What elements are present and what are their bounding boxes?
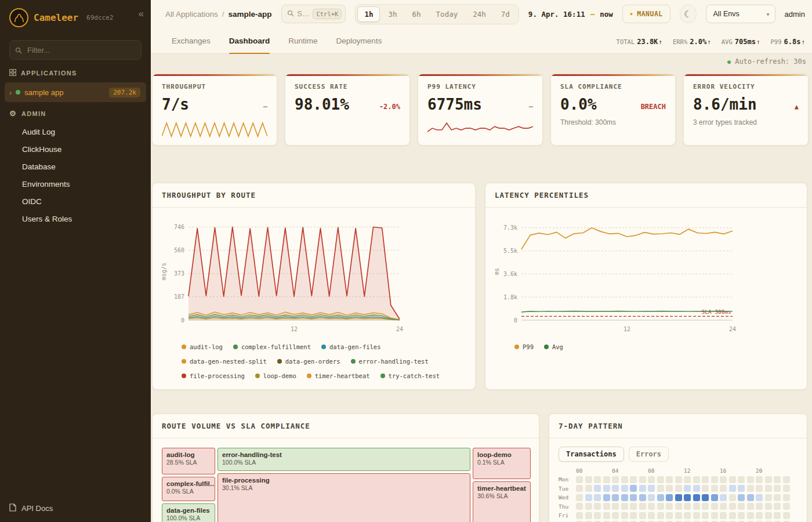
environment-selected-value: All Envs (713, 10, 740, 18)
kpi-title: THROUGHPUT (162, 83, 267, 90)
heatmap-cell (630, 503, 637, 510)
svg-text:1.8k: 1.8k (503, 294, 517, 300)
breadcrumb-current: sample-app (229, 10, 272, 19)
legend-item-timer-heartbeat[interactable]: timer-heartbeat (307, 372, 370, 379)
kpi-card-success-rate: SUCCESS RATE98.01%-2.0% (285, 74, 410, 146)
trend-arrow-icon: ↑ (658, 38, 662, 46)
heatmap-cell (657, 485, 664, 492)
heatmap-cell (675, 494, 682, 501)
tab-exchanges[interactable]: Exchanges (172, 28, 211, 53)
sidebar-item-sample-app[interactable]: › sample app 207.2k (5, 82, 146, 102)
dark-mode-toggle[interactable]: ☾ (680, 5, 697, 23)
legend-item-avg[interactable]: Avg (544, 343, 563, 350)
kpi-title: SLA COMPLIANCE (560, 83, 666, 90)
treemap-cell-sla: 100.0% SLA (222, 459, 466, 466)
sidebar-item-users-roles[interactable]: Users & Roles (0, 210, 151, 227)
heatmap-cell (630, 494, 637, 501)
svg-text:SLA 300ms: SLA 300ms (702, 309, 731, 315)
time-range-7d[interactable]: 7d (494, 6, 517, 22)
user-menu[interactable]: admin (785, 10, 805, 19)
toggle-errors[interactable]: Errors (629, 447, 669, 462)
sidebar-collapse-button[interactable]: « (139, 8, 144, 20)
sidebar-item-clickhouse[interactable]: ClickHouse (0, 140, 151, 158)
time-range-1h[interactable]: 1h (357, 6, 380, 22)
treemap-cell-loop-demo[interactable]: loop-demo0.1% SLA (473, 448, 531, 479)
legend-item-complex-fulfillment[interactable]: complex-fulfillment (233, 343, 311, 350)
main-area: All Applications / sample-app S… Ctrl+K … (151, 0, 812, 522)
breadcrumb-all-applications[interactable]: All Applications (165, 10, 218, 19)
kpi-delta: -2.0% (379, 103, 400, 111)
treemap-cell-complex-fulfil[interactable]: complex-fulfil…0.0% SLA (162, 477, 215, 501)
heatmap-cell (720, 503, 727, 510)
svg-text:3.6k: 3.6k (503, 271, 517, 277)
time-range-24h[interactable]: 24h (466, 6, 493, 22)
sidebar-item-database[interactable]: Database (0, 158, 151, 175)
treemap-cell-label: file-processing (222, 477, 466, 484)
heatmap-cell (657, 503, 664, 510)
legend-item-loop-demo[interactable]: loop-demo (255, 372, 296, 379)
legend-item-data-gen-files[interactable]: data-gen-files (321, 343, 381, 350)
global-search[interactable]: S… Ctrl+K (281, 5, 346, 23)
tab-runtime[interactable]: Runtime (288, 28, 317, 53)
treemap: audit-log28.5% SLAerror-handling-test100… (162, 448, 530, 522)
manual-refresh-button[interactable]: ● MANUAL (622, 5, 670, 23)
heatmap-cell (666, 485, 673, 492)
legend-item-p99[interactable]: P99 (514, 343, 534, 350)
tab-dashboard[interactable]: Dashboard (229, 28, 270, 53)
time-range-3h[interactable]: 3h (381, 6, 404, 22)
legend-dot-icon (380, 374, 385, 378)
treemap-cell-sla: 0.0% SLA (166, 488, 211, 495)
stat-p99: P996.8s↑ (771, 35, 806, 46)
heatmap-cell (594, 503, 601, 510)
legend-label: complex-fulfillment (241, 343, 311, 350)
auto-refresh-dot: ● (727, 59, 731, 65)
legend-item-try-catch-test[interactable]: try-catch-test (380, 372, 440, 379)
heatmap-cell (594, 476, 601, 483)
heatmap-cell (675, 503, 682, 510)
sidebar-filter-input[interactable] (9, 40, 142, 60)
legend-dot-icon (182, 359, 186, 364)
toggle-transactions[interactable]: Transactions (559, 447, 624, 462)
heatmap-cell (639, 512, 646, 519)
tab-deployments[interactable]: Deployments (336, 28, 382, 53)
heatmap-hour-label: 04 (612, 467, 618, 474)
legend-label: data-gen-nested-split (190, 358, 267, 365)
heatmap-cell (702, 512, 709, 519)
environment-select[interactable]: All Envs ▾ (706, 5, 775, 23)
sidebar-item-oidc[interactable]: OIDC (0, 193, 151, 210)
heatmap-cell (666, 476, 673, 483)
legend-item-audit-log[interactable]: audit-log (182, 343, 223, 350)
legend-label: data-gen-orders (285, 358, 340, 365)
throughput-chart: 01873735607461224msg/s (153, 208, 475, 339)
treemap-cell-label: complex-fulfil… (166, 480, 211, 487)
kpi-value: 7/s (162, 96, 189, 113)
heatmap-cell (711, 476, 718, 483)
treemap-cell-error-handling-test[interactable]: error-handling-test100.0% SLA (217, 448, 470, 471)
heatmap-cell (774, 503, 781, 510)
dashboard-content: ● Auto-refresh: 30s THROUGHPUT7/s–SUCCES… (151, 54, 812, 522)
legend-item-data-gen-orders[interactable]: data-gen-orders (277, 358, 340, 365)
legend-dot-icon (321, 345, 326, 349)
kpi-delta: BREACH (641, 103, 666, 111)
time-range-6h[interactable]: 6h (405, 6, 428, 22)
heatmap-cell (720, 512, 727, 519)
search-icon (15, 46, 22, 56)
tab-list: ExchangesDashboardRuntimeDeployments (172, 28, 382, 53)
api-docs-link[interactable]: API Docs (9, 503, 53, 513)
kpi-subtext: 3 error types tracked (693, 118, 799, 126)
treemap-cell-audit-log[interactable]: audit-log28.5% SLA (162, 448, 215, 474)
treemap-cell-data-gen-files[interactable]: data-gen-files100.0% SLA (162, 503, 215, 522)
tab-stats: TOTAL23.8K↑ERR%2.0%↑AVG705ms↑P996.8s↑ (617, 28, 805, 53)
heatmap-cell (693, 494, 700, 501)
legend-item-error-handling-test[interactable]: error-handling-test (351, 358, 429, 365)
heatmap-cell (648, 512, 655, 519)
treemap-cell-file-processing[interactable]: file-processing30.1% SLA (217, 473, 470, 522)
legend-item-data-gen-nested-split[interactable]: data-gen-nested-split (182, 358, 267, 365)
time-range-today[interactable]: Today (429, 6, 465, 22)
treemap-cell-label: audit-log (166, 451, 211, 458)
sidebar-item-environments[interactable]: Environments (0, 175, 151, 193)
sidebar-item-audit-log[interactable]: Audit Log (0, 123, 151, 140)
legend-item-file-processing[interactable]: file-processing (182, 372, 245, 379)
treemap-cell-timer-heartbeat[interactable]: timer-heartbeat30.6% SLA (473, 481, 531, 522)
heatmap-cell (639, 503, 646, 510)
